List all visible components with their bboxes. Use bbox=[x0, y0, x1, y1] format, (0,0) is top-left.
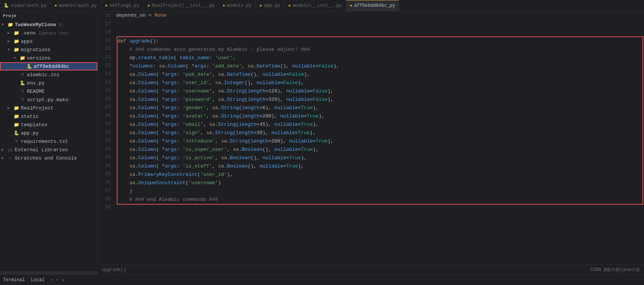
tree-item-venv[interactable]: ▶ 📁 .venv library root bbox=[0, 29, 97, 37]
tab-realproject-init[interactable]: ● RealProject(__init__.py bbox=[144, 0, 219, 11]
python-icon: ● bbox=[223, 3, 225, 8]
code-line-29: sa.Column( *args: 'email', sa.String(len… bbox=[118, 121, 642, 129]
code-line-28: sa.Column( *args: 'avatar', sa.String(le… bbox=[118, 112, 642, 121]
code-line-36: sa.UniqueConstraint('username') bbox=[118, 179, 642, 187]
text-icon: ≡ bbox=[19, 97, 26, 102]
expand-arrow: ▶ bbox=[2, 156, 7, 160]
tab-settings[interactable]: ● settings.py bbox=[101, 0, 144, 11]
file-tree[interactable]: ▼ 📁 TwoWeekMyClone D: ▶ 📁 .venv library … bbox=[0, 20, 97, 271]
tree-item-alembic-ini[interactable]: ▶ ≡ alembic.ini bbox=[0, 70, 97, 79]
code-line-19: def upgrade(): bbox=[118, 37, 642, 45]
code-editor[interactable]: depends_on = None def upgrade(): # ### c… bbox=[114, 11, 644, 265]
scratches-icon: ⚡ bbox=[7, 155, 14, 161]
code-line-37: ) bbox=[118, 187, 642, 196]
expand-arrow: ▶ bbox=[2, 147, 7, 152]
tree-item-realproject[interactable]: ▶ 📁 RealProject bbox=[0, 104, 97, 112]
code-line-26: sa.Column( *args: 'password', sa.String(… bbox=[118, 96, 642, 104]
status-bar: upgrade() CSDN @奋斗的java小伙 bbox=[98, 265, 644, 274]
python-icon: ● bbox=[105, 3, 108, 8]
code-line-27: sa.Column( *args: 'gender', sa.String(le… bbox=[118, 104, 642, 112]
text-icon: ≡ bbox=[13, 139, 20, 144]
tab-models[interactable]: ● models.py bbox=[219, 0, 255, 11]
tree-item-templates[interactable]: ▶ 📁 templates bbox=[0, 121, 97, 129]
tree-item-apps[interactable]: ▶ 📁 apps bbox=[0, 37, 97, 45]
code-line-38: # ### end Alembic commands ### bbox=[118, 196, 642, 204]
sidebar-scrollbar[interactable] bbox=[0, 271, 97, 274]
external-icon: 🗂 bbox=[7, 147, 14, 153]
expand-arrow: ▼ bbox=[14, 56, 19, 60]
sidebar: Proje ▼ 📁 TwoWeekMyClone D: ▶ 📁 .venv li… bbox=[0, 11, 98, 274]
tree-item-external[interactable]: ▶ 🗂 External Libraries bbox=[0, 146, 97, 154]
code-line-24: sa.Column( *args: 'user_id', sa.Integer(… bbox=[118, 79, 642, 87]
folder-icon: 📁 bbox=[13, 105, 20, 111]
terminal-close-icon[interactable]: × bbox=[51, 278, 53, 282]
expand-arrow: ▶ bbox=[8, 39, 13, 44]
code-line-21: op.create_table( table_name: 'user', bbox=[118, 54, 642, 62]
terminal-bar: Terminal Local × + ∨ bbox=[0, 274, 644, 285]
terminal-expand-icon[interactable]: ∨ bbox=[62, 277, 64, 282]
folder-icon: 📁 bbox=[13, 39, 20, 44]
tree-item-scratches[interactable]: ▶ ⚡ Scratches and Console bbox=[0, 154, 97, 162]
python-icon: ● bbox=[147, 3, 150, 8]
code-line-17 bbox=[116, 20, 644, 28]
folder-icon: 📁 bbox=[13, 30, 20, 36]
expand-arrow: ▶ bbox=[8, 106, 13, 110]
tab-views-auth[interactable]: 🐍 views\auth.py bbox=[0, 0, 51, 11]
code-line-20: # ### commands auto generated by Alembic… bbox=[118, 45, 642, 54]
python-icon: 🐍 bbox=[4, 3, 9, 8]
tree-item-aff0e6dd84bc[interactable]: 🐍 aff0e6dd84bc bbox=[0, 62, 97, 70]
tab-aff0e6dd84bc[interactable]: ● aff0e6dd84bc_py bbox=[346, 0, 400, 11]
code-line-33: sa.Column( *args: 'is_active', sa.Boolea… bbox=[118, 154, 642, 162]
tab-bar: 🐍 views\auth.py ● models\auth.py ● setti… bbox=[0, 0, 644, 11]
tree-item-env-py[interactable]: ▶ 🐍 env.py bbox=[0, 79, 97, 87]
tree-item-root[interactable]: ▼ 📁 TwoWeekMyClone D: bbox=[0, 20, 97, 29]
terminal-add-icon[interactable]: + bbox=[56, 278, 59, 282]
ini-icon: ≡ bbox=[19, 72, 26, 77]
folder-open-icon: 📁 bbox=[19, 55, 26, 61]
terminal-tab-local[interactable]: Local bbox=[28, 277, 48, 283]
python-icon: ● bbox=[350, 3, 353, 8]
code-container[interactable]: 16 17 18 19 20 21 22 23 24 25 26 27 28 2… bbox=[98, 11, 644, 265]
tab-app[interactable]: ● app.py bbox=[256, 0, 285, 11]
code-line-35: sa.PrimaryKeyConstraint('user_id'), bbox=[118, 171, 642, 179]
python-icon: ● bbox=[288, 3, 291, 8]
tree-item-requirements[interactable]: ▶ ≡ requirements.txt bbox=[0, 137, 97, 146]
code-line-22: *columns: sa.Column( *args: 'add_date', … bbox=[118, 62, 642, 70]
status-left: upgrade() bbox=[102, 267, 126, 272]
python-icon: ● bbox=[260, 3, 262, 8]
code-line-31: sa.Column( *args: 'introduce', sa.String… bbox=[118, 137, 642, 146]
folder-icon: 📁 bbox=[13, 114, 20, 119]
expand-arrow: ▼ bbox=[8, 48, 13, 52]
tree-item-versions[interactable]: ▼ 📁 versions bbox=[0, 54, 97, 62]
tree-item-script-mako[interactable]: ▶ ≡ script.py.mako bbox=[0, 96, 97, 104]
code-line-25: sa.Column( *args: 'username', sa.String(… bbox=[118, 87, 642, 96]
tree-item-static[interactable]: ▶ 📁 static bbox=[0, 112, 97, 121]
editor-area: 16 17 18 19 20 21 22 23 24 25 26 27 28 2… bbox=[98, 11, 644, 274]
folder-open-icon: 📁 bbox=[7, 22, 14, 28]
code-line-30: sa.Column( *args: 'sign', sa.String(leng… bbox=[118, 129, 642, 137]
expand-arrow: ▶ bbox=[8, 31, 13, 35]
code-line-39 bbox=[116, 205, 644, 213]
line-numbers: 16 17 18 19 20 21 22 23 24 25 26 27 28 2… bbox=[98, 11, 114, 265]
python-icon: ● bbox=[55, 3, 57, 8]
python-icon: 🐍 bbox=[26, 64, 33, 69]
code-line-16: depends_on = None bbox=[116, 11, 644, 20]
folder-icon: 📁 bbox=[13, 122, 20, 128]
tree-item-app-py[interactable]: ▶ 🐍 app.py bbox=[0, 129, 97, 137]
code-line-23: sa.Column( *args: 'pub_date', sa.DateTim… bbox=[118, 70, 642, 79]
folder-open-icon: 📁 bbox=[13, 47, 20, 53]
function-indicator: upgrade() bbox=[102, 267, 126, 272]
tree-item-readme[interactable]: ▶ ≡ README bbox=[0, 87, 97, 96]
tab-models-auth[interactable]: ● models\auth.py bbox=[51, 0, 101, 11]
main-area: Proje ▼ 📁 TwoWeekMyClone D: ▶ 📁 .venv li… bbox=[0, 11, 644, 274]
code-line-18 bbox=[116, 28, 644, 36]
tree-item-migrations[interactable]: ▼ 📁 migrations bbox=[0, 45, 97, 54]
text-icon: ≡ bbox=[19, 89, 26, 94]
terminal-label: Terminal bbox=[3, 277, 25, 283]
code-line-32: sa.Column( *args: 'is_super_user', sa.Bo… bbox=[118, 146, 642, 154]
tab-models-init[interactable]: ● models\__init__.py bbox=[284, 0, 346, 11]
sidebar-header: Proje bbox=[0, 11, 97, 20]
code-line-34: sa.Column( *args: 'is_staff', sa.Boolean… bbox=[118, 162, 642, 171]
python-icon: 🐍 bbox=[19, 80, 26, 86]
expand-arrow: ▼ bbox=[2, 23, 7, 27]
